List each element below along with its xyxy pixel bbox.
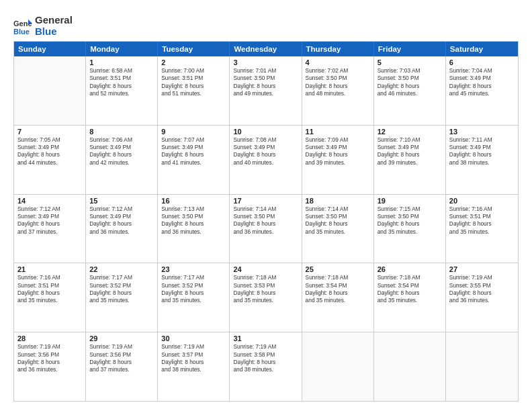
cell-line: Sunset: 3:50 PM [306, 213, 370, 220]
cell-line: and 35 minutes. [89, 297, 154, 304]
cell-line: and 36 minutes. [449, 297, 515, 304]
day-cell-23: 23Sunrise: 7:17 AMSunset: 3:52 PMDayligh… [158, 263, 230, 332]
cell-line: Sunrise: 7:14 AM [233, 205, 298, 213]
weekday-header-sunday: Sunday [14, 42, 86, 56]
cell-line: Daylight: 8 hours [161, 359, 226, 366]
day-cell-21: 21Sunrise: 7:16 AMSunset: 3:51 PMDayligh… [14, 263, 86, 332]
cell-line: Sunrise: 7:19 AM [89, 343, 154, 351]
cell-line: Sunset: 3:52 PM [161, 282, 226, 289]
cell-line: Sunrise: 7:15 AM [378, 205, 442, 213]
cell-line: Sunrise: 7:18 AM [306, 274, 370, 281]
cell-line: Sunset: 3:51 PM [449, 213, 515, 220]
cell-line: and 36 minutes. [233, 228, 298, 236]
cell-line: Daylight: 8 hours [306, 289, 370, 297]
cell-line: Sunrise: 7:17 AM [89, 274, 154, 281]
cell-line: Sunrise: 7:18 AM [378, 274, 442, 281]
cell-line: Daylight: 8 hours [233, 83, 298, 90]
cell-line: Sunrise: 6:58 AM [89, 67, 154, 75]
day-cell-28: 28Sunrise: 7:19 AMSunset: 3:56 PMDayligh… [14, 332, 86, 401]
calendar-body: 1Sunrise: 6:58 AMSunset: 3:51 PMDaylight… [14, 56, 518, 401]
cell-line: Sunrise: 7:14 AM [306, 205, 370, 213]
day-number: 14 [17, 197, 82, 205]
calendar-header: SundayMondayTuesdayWednesdayThursdayFrid… [14, 42, 518, 56]
cell-line: Sunrise: 7:12 AM [17, 205, 82, 213]
cell-line: and 35 minutes. [449, 228, 515, 236]
day-number: 20 [449, 197, 515, 205]
cell-line: Sunset: 3:49 PM [17, 144, 82, 151]
day-number: 10 [233, 128, 298, 136]
day-number: 15 [89, 197, 154, 205]
cell-line: Sunset: 3:55 PM [449, 282, 515, 289]
cell-line: Sunset: 3:51 PM [17, 282, 82, 289]
cell-line: and 35 minutes. [306, 297, 370, 304]
cell-line: and 35 minutes. [233, 297, 298, 304]
cell-line: Sunrise: 7:07 AM [161, 136, 226, 144]
logo-icon: General Blue [13, 17, 32, 36]
cell-line: Sunrise: 7:18 AM [233, 274, 298, 281]
cell-line: Sunset: 3:56 PM [17, 351, 82, 359]
cell-line: Sunset: 3:54 PM [378, 282, 442, 289]
day-cell-1: 1Sunrise: 6:58 AMSunset: 3:51 PMDaylight… [86, 56, 158, 125]
cell-line: Sunrise: 7:16 AM [17, 274, 82, 281]
cell-line: Sunrise: 7:00 AM [161, 67, 226, 75]
cell-line: Sunset: 3:49 PM [89, 144, 154, 151]
calendar-row-0: 1Sunrise: 6:58 AMSunset: 3:51 PMDaylight… [14, 56, 518, 126]
cell-line: and 35 minutes. [378, 228, 442, 236]
calendar-row-2: 14Sunrise: 7:12 AMSunset: 3:49 PMDayligh… [14, 195, 518, 264]
cell-line: and 46 minutes. [378, 90, 442, 97]
day-number: 28 [17, 334, 82, 342]
cell-line: Daylight: 8 hours [161, 220, 226, 228]
cell-line: Sunrise: 7:16 AM [449, 205, 515, 213]
header: General Blue General Blue [13, 12, 519, 37]
day-cell-10: 10Sunrise: 7:08 AMSunset: 3:49 PMDayligh… [230, 126, 302, 194]
cell-line: and 36 minutes. [161, 228, 226, 236]
cell-line: Sunset: 3:56 PM [89, 351, 154, 359]
cell-line: Sunset: 3:50 PM [161, 213, 226, 220]
day-cell-4: 4Sunrise: 7:02 AMSunset: 3:50 PMDaylight… [302, 56, 374, 125]
cell-line: and 52 minutes. [89, 90, 154, 97]
cell-line: and 42 minutes. [89, 159, 154, 167]
day-number: 5 [378, 58, 442, 66]
cell-line: Sunrise: 7:03 AM [378, 67, 442, 75]
day-number: 31 [233, 334, 298, 342]
day-cell-18: 18Sunrise: 7:14 AMSunset: 3:50 PMDayligh… [302, 195, 374, 263]
cell-line: Daylight: 8 hours [17, 359, 82, 366]
day-cell-13: 13Sunrise: 7:11 AMSunset: 3:49 PMDayligh… [446, 126, 518, 194]
day-number: 9 [161, 128, 226, 136]
day-number: 8 [89, 128, 154, 136]
weekday-header-friday: Friday [374, 42, 446, 56]
day-number: 30 [161, 334, 226, 342]
cell-line: Sunrise: 7:01 AM [233, 67, 298, 75]
cell-line: Sunset: 3:50 PM [306, 75, 370, 82]
cell-line: Daylight: 8 hours [306, 220, 370, 228]
cell-line: Sunrise: 7:04 AM [449, 67, 515, 75]
cell-line: Sunset: 3:58 PM [233, 351, 298, 359]
weekday-header-thursday: Thursday [302, 42, 374, 56]
cell-line: Daylight: 8 hours [89, 359, 154, 366]
cell-line: Daylight: 8 hours [233, 289, 298, 297]
day-number: 27 [449, 265, 515, 273]
empty-cell-4-6 [446, 332, 518, 401]
cell-line: Sunset: 3:50 PM [233, 213, 298, 220]
empty-cell-4-5 [374, 332, 446, 401]
day-cell-20: 20Sunrise: 7:16 AMSunset: 3:51 PMDayligh… [446, 195, 518, 263]
cell-line: Sunrise: 7:08 AM [233, 136, 298, 144]
calendar-row-1: 7Sunrise: 7:05 AMSunset: 3:49 PMDaylight… [14, 126, 518, 195]
day-cell-11: 11Sunrise: 7:09 AMSunset: 3:49 PMDayligh… [302, 126, 374, 194]
day-cell-31: 31Sunrise: 7:19 AMSunset: 3:58 PMDayligh… [230, 332, 302, 401]
cell-line: Daylight: 8 hours [89, 289, 154, 297]
cell-line: Sunset: 3:51 PM [89, 75, 154, 82]
cell-line: Daylight: 8 hours [449, 151, 515, 158]
cell-line: Daylight: 8 hours [378, 289, 442, 297]
day-number: 1 [89, 58, 154, 66]
cell-line: Sunrise: 7:10 AM [378, 136, 442, 144]
day-cell-8: 8Sunrise: 7:06 AMSunset: 3:49 PMDaylight… [86, 126, 158, 194]
cell-line: Sunrise: 7:19 AM [449, 274, 515, 281]
day-number: 11 [306, 128, 370, 136]
page: General Blue General Blue SundayMondayTu… [0, 0, 532, 411]
day-number: 29 [89, 334, 154, 342]
cell-line: Sunrise: 7:11 AM [449, 136, 515, 144]
weekday-header-saturday: Saturday [446, 42, 518, 56]
cell-line: Daylight: 8 hours [161, 151, 226, 158]
cell-line: Sunset: 3:50 PM [378, 213, 442, 220]
